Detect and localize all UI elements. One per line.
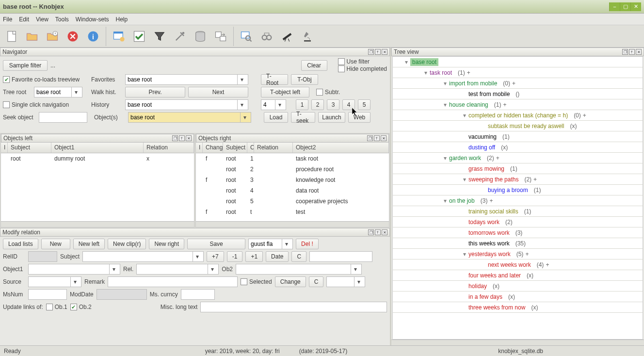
panel-pin-icon[interactable]: ⫯ [375, 229, 381, 235]
tree-label[interactable]: subtask must be ready aswell [488, 123, 564, 129]
user-combo[interactable]: guust fla▾ [248, 239, 293, 249]
tree-label[interactable]: sweeping the paths [468, 176, 518, 183]
expand-icon[interactable]: ▾ [422, 69, 430, 76]
table-row[interactable]: root4data root [196, 185, 389, 196]
load-lists-button[interactable]: Load lists [3, 239, 38, 249]
tree-row[interactable]: subtask must be ready aswell(x) [393, 121, 643, 131]
msnum-input[interactable] [28, 289, 67, 300]
web-button[interactable]: Web [348, 112, 370, 123]
t-root-button[interactable]: T-Root [261, 74, 288, 85]
subject-combo[interactable]: ▾ [82, 251, 204, 262]
minus1-button[interactable]: -1 [227, 251, 243, 262]
minimize-button[interactable]: − [609, 2, 620, 11]
table-row[interactable]: frootttest [196, 207, 389, 217]
object1-combo[interactable]: ▾ [28, 264, 120, 275]
sample-filter-button[interactable]: Sample filter [3, 60, 48, 71]
tree-label[interactable]: this weeks work [468, 240, 510, 247]
single-click-checkbox[interactable] [3, 101, 10, 108]
export-icon[interactable] [211, 27, 230, 46]
new-button[interactable]: New [41, 239, 70, 249]
maximize-button[interactable]: ▢ [620, 2, 630, 11]
tree-label[interactable]: holiday [468, 283, 487, 290]
tree-row[interactable]: ▾completed or hidden task (change = h)(0… [393, 110, 643, 121]
num-4-button[interactable]: 4 [342, 99, 355, 110]
hist-num-combo[interactable]: 4▾ [261, 99, 286, 110]
tree-label[interactable]: training social skills [468, 208, 518, 215]
expand-icon[interactable]: ▾ [441, 80, 449, 87]
panel-close-icon[interactable]: ✕ [186, 135, 192, 141]
tree-label[interactable]: on the job [449, 197, 475, 204]
menu-help[interactable]: Help [116, 16, 128, 23]
use-filter-checkbox[interactable] [338, 58, 345, 65]
expand-icon[interactable]: ▾ [441, 155, 449, 162]
tree-row[interactable]: holiday(x) [393, 281, 643, 291]
hide-completed-checkbox[interactable] [338, 65, 345, 72]
tree-label[interactable]: house cleaning [449, 101, 488, 108]
menu-file[interactable]: File [3, 16, 12, 23]
search-icon[interactable] [237, 27, 256, 46]
tree-label[interactable]: import from mobile [449, 80, 497, 87]
tree-row[interactable]: todays work(2) [393, 217, 643, 227]
source-combo[interactable]: ▾ [28, 276, 81, 287]
close-button[interactable]: ✕ [630, 2, 641, 11]
favorite-coloads-checkbox[interactable] [3, 76, 10, 83]
seek-input[interactable] [39, 112, 87, 123]
tree-label[interactable]: next weeks work [488, 261, 531, 268]
ob1-checkbox[interactable] [46, 304, 53, 310]
panel-close-icon[interactable]: ✕ [636, 49, 642, 55]
new-clip-button[interactable]: New clip(r) [108, 239, 146, 249]
tree-row[interactable]: vacuuming(1) [393, 131, 643, 142]
recent-icon[interactable] [43, 27, 62, 46]
panel-close-icon[interactable]: ✕ [382, 229, 387, 235]
tree-row[interactable]: this weeks work(35) [393, 238, 643, 249]
relid-input[interactable] [28, 251, 57, 262]
num-5-button[interactable]: 5 [358, 99, 370, 110]
tree-row[interactable]: ▾base root [393, 57, 643, 67]
launch-button[interactable]: Launch [318, 112, 345, 123]
load-button[interactable]: Load [264, 112, 288, 123]
selected-checkbox[interactable] [241, 278, 247, 285]
table-row[interactable]: froot1task root [196, 153, 389, 164]
binoculars-icon[interactable] [257, 27, 276, 46]
plus7-button[interactable]: +7 [207, 251, 224, 262]
tree-label[interactable]: vacuuming [468, 133, 497, 140]
tree-row[interactable]: dusting off(x) [393, 142, 643, 153]
panel-close-icon[interactable]: ✕ [382, 49, 387, 55]
c-button[interactable]: C [291, 251, 306, 262]
subtr-checkbox[interactable] [316, 89, 323, 96]
db-icon[interactable] [191, 27, 210, 46]
expand-icon[interactable]: ▾ [461, 176, 468, 183]
new-doc-icon[interactable] [2, 27, 21, 46]
plus1-button[interactable]: +1 [245, 251, 263, 262]
prev-button[interactable]: Prev. [125, 87, 185, 97]
telescope-icon[interactable] [277, 27, 297, 46]
t-seek-button[interactable]: T-seek [291, 112, 315, 123]
tree-row[interactable]: ▾garden work(2)+ [393, 153, 643, 163]
num-2-button[interactable]: 2 [311, 99, 324, 110]
filter-icon[interactable] [150, 27, 169, 46]
tree-label[interactable]: four weeks and later [468, 272, 521, 279]
tree-label[interactable]: buying a broom [488, 187, 528, 194]
new-right-button[interactable]: New right [149, 239, 184, 249]
table-row[interactable]: root5cooperative projects [196, 196, 389, 207]
mscurncy-input[interactable] [181, 289, 215, 300]
change-button[interactable]: Change [275, 276, 306, 287]
tree-label[interactable]: yesterdays work [468, 251, 511, 258]
remark-input[interactable] [108, 276, 238, 287]
table-row[interactable]: root2procedure root [196, 164, 389, 175]
ob2-checkbox[interactable] [70, 304, 77, 310]
tools-icon[interactable] [170, 27, 190, 46]
tree-label[interactable]: tomorrows work [468, 229, 510, 236]
ob2-combo[interactable]: ▾ [236, 264, 362, 275]
menu-tools[interactable]: Tools [55, 16, 69, 23]
objects-combo[interactable]: base root▾ [128, 112, 251, 123]
clear-button[interactable]: Clear [301, 60, 327, 71]
expand-icon[interactable]: ▾ [441, 197, 449, 204]
c2-button[interactable]: C [309, 276, 324, 287]
table-row[interactable]: rootdummy rootx [1, 153, 194, 164]
tree-label[interactable]: todays work [468, 219, 499, 226]
history-combo[interactable]: base root▾ [125, 99, 248, 110]
panel-restore-icon[interactable]: ❐ [367, 135, 373, 141]
menu-window-sets[interactable]: Window-sets [76, 16, 109, 23]
new-left-button[interactable]: New left [73, 239, 105, 249]
